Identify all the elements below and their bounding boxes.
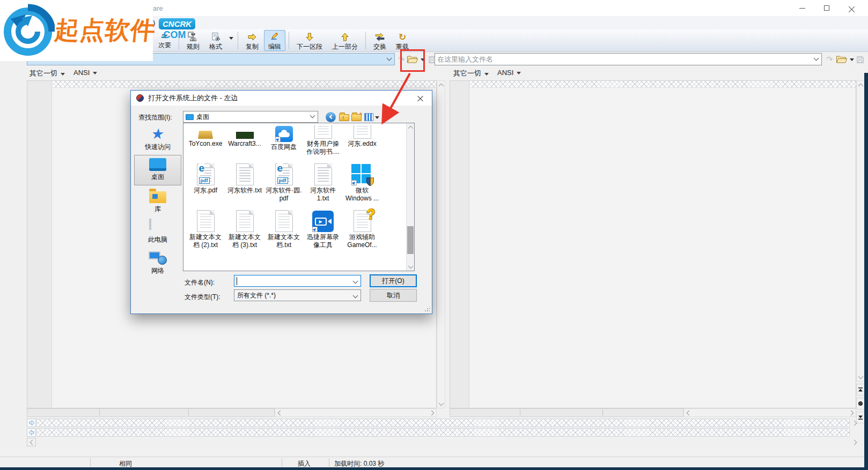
app-icon	[136, 94, 144, 102]
file-list[interactable]: ToYcon.exe Warcraft3... 百度网盘 财务用户操 作说明书.…	[183, 123, 415, 271]
right-open-folder-button[interactable]	[836, 54, 848, 65]
file-item[interactable]: 微软 Windows ...	[343, 161, 381, 203]
chevron-down-icon	[484, 73, 489, 76]
scroll-left-icon[interactable]	[27, 438, 36, 446]
sidebar-item-libraries[interactable]: 库	[134, 185, 181, 217]
file-item[interactable]: ? 游戏辅助 GameOf...	[343, 207, 381, 249]
scroll-right-icon[interactable]	[851, 419, 859, 427]
scroll-down-icon[interactable]	[407, 263, 414, 271]
chevron-down-icon	[61, 73, 65, 76]
file-list-scrollbar[interactable]	[406, 123, 414, 271]
places-sidebar: 快速访问 桌面 库 此电脑 网络	[134, 124, 181, 278]
sidebar-item-quick-access[interactable]: 快速访问	[134, 124, 181, 155]
toolbar-format-button[interactable]: 格式	[205, 30, 226, 51]
back-button[interactable]	[326, 111, 336, 123]
minimize-button[interactable]	[790, 0, 814, 16]
left-encoding-dropdown[interactable]: ANSI	[73, 69, 97, 77]
scroll-up-icon[interactable]	[407, 123, 414, 131]
right-detail-content	[36, 428, 850, 437]
toolbar-reload-button[interactable]: 重载	[392, 30, 413, 51]
toolbar-prev-part-button[interactable]: 上一部分	[328, 30, 362, 51]
file-item[interactable]: ▶ 迅捷屏幕录 像工具	[304, 207, 342, 249]
file-item[interactable]: 新建文本文 档.txt	[264, 207, 303, 249]
dialog-title: 打开文件系统上的文件 - 左边	[148, 93, 238, 103]
scroll-left-icon[interactable]	[275, 409, 283, 416]
copy-right-button[interactable]	[27, 419, 36, 427]
right-path-input[interactable]	[436, 54, 812, 64]
toolbar-edit-button[interactable]: 编辑	[264, 30, 285, 51]
view-menu-button[interactable]	[364, 111, 379, 123]
toolbar-separator	[289, 32, 289, 49]
file-type-combobox[interactable]: 所有文件 (*.*)	[234, 289, 361, 301]
file-item[interactable]: 河东软件.txt	[225, 161, 264, 203]
application-window: are T) 帮助(H) 次要 规则 格式	[0, 0, 868, 470]
left-horizontal-scrollbar[interactable]	[275, 408, 437, 417]
right-path-combobox[interactable]	[435, 53, 822, 65]
file-item[interactable]: epdf 河东软件·园. pdf	[264, 161, 303, 203]
up-arrow-icon	[340, 32, 350, 42]
open-button[interactable]: 打开(O)	[370, 274, 417, 287]
badge-top-text: CNCRK	[159, 18, 195, 29]
shortcut-arrow-icon	[351, 180, 357, 185]
game-icon	[236, 132, 254, 139]
scroll-left-icon[interactable]	[684, 409, 692, 416]
scroll-up-icon[interactable]	[857, 81, 864, 89]
chevron-down-icon	[850, 58, 854, 61]
right-editor-pane[interactable]	[450, 80, 856, 408]
sidebar-item-desktop[interactable]: 桌面	[134, 155, 181, 186]
open-file-dialog: 打开文件系统上的文件 - 左边 查找范围(I): 桌面 ↑ * 快速访问 桌面	[130, 90, 432, 314]
right-format-dropdown[interactable]: 其它一切	[453, 69, 489, 78]
dialog-close-button[interactable]	[408, 91, 432, 106]
chevron-down-icon	[353, 279, 358, 284]
file-item[interactable]: 新建文本文 档 (3).txt	[225, 207, 264, 249]
file-item[interactable]: 财务用户操 作说明书....	[304, 125, 342, 156]
toolbar-copy-button[interactable]: 复制	[241, 30, 263, 51]
file-item[interactable]: 河东.eddx	[343, 125, 381, 156]
center-difference-button[interactable]	[856, 398, 865, 409]
file-item[interactable]: Warcraft3...	[225, 125, 264, 156]
file-item[interactable]: ToYcon.exe	[186, 125, 225, 156]
new-folder-button[interactable]: *	[351, 111, 362, 123]
scroll-right-icon[interactable]	[428, 409, 436, 416]
right-encoding-dropdown[interactable]: ANSI	[497, 69, 521, 77]
dialog-resize-grip[interactable]	[424, 307, 430, 312]
scroll-down-icon[interactable]	[857, 373, 864, 381]
site-logo-overlay: 起点软件 CNCRK .COM	[0, 0, 153, 61]
format-row: 其它一切 ANSI 其它一切 ANSI	[0, 67, 868, 79]
windows-logo-icon	[351, 164, 373, 185]
left-pane-bottom-bar	[27, 408, 275, 417]
format-dropdown-caret[interactable]	[229, 37, 233, 40]
scroll-right-icon[interactable]	[848, 409, 856, 416]
exe-cube-icon	[198, 131, 213, 139]
scroll-up-icon[interactable]	[437, 81, 445, 89]
format-icon	[211, 32, 220, 42]
look-in-combobox[interactable]: 桌面	[183, 111, 318, 123]
cancel-button[interactable]: 取消	[370, 289, 417, 302]
up-one-level-button[interactable]: ↑	[339, 111, 349, 123]
sidebar-item-network[interactable]: 网络	[134, 247, 181, 278]
toolbar-next-section-button[interactable]: 下一区段	[292, 30, 327, 51]
scrollbar-thumb[interactable]	[407, 226, 414, 254]
scroll-right-icon[interactable]	[851, 438, 859, 446]
dialog-title-bar[interactable]: 打开文件系统上的文件 - 左边	[131, 91, 432, 106]
file-item[interactable]: epdf 河东.pdf	[186, 161, 225, 203]
close-button[interactable]	[839, 0, 864, 16]
file-name-input[interactable]	[234, 275, 361, 287]
toolbar-swap-button[interactable]: 交换	[369, 30, 391, 51]
file-item[interactable]: 新建文本文 档 (2).txt	[186, 207, 225, 249]
right-vertical-scrollbar[interactable]	[856, 80, 865, 382]
left-format-dropdown[interactable]: 其它一切	[30, 69, 65, 78]
file-item[interactable]: 河东软件 1.txt	[304, 161, 342, 203]
left-gutter	[27, 81, 52, 408]
right-horizontal-scrollbar[interactable]	[683, 408, 856, 417]
right-open-dropdown-caret[interactable]	[850, 54, 854, 65]
sidebar-item-this-pc[interactable]: 此电脑	[134, 217, 181, 248]
maximize-button[interactable]	[814, 0, 839, 16]
copy-left-button[interactable]	[27, 428, 36, 437]
detail-scroll-row[interactable]	[27, 438, 859, 446]
new-folder-icon: *	[351, 114, 362, 121]
file-item[interactable]: 百度网盘	[264, 125, 303, 156]
left-vertical-scrollbar[interactable]	[437, 80, 445, 408]
first-difference-button[interactable]	[856, 384, 865, 396]
scroll-down-icon[interactable]	[437, 400, 445, 408]
